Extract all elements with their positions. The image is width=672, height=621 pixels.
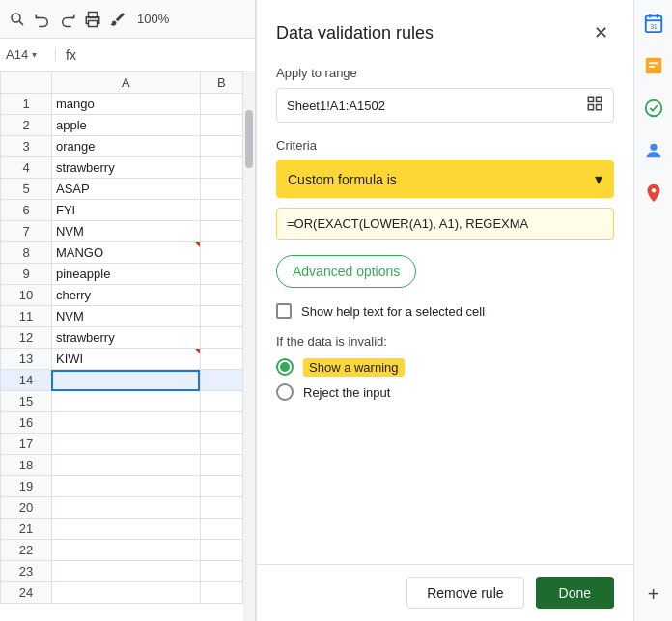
criteria-dropdown[interactable]: Custom formula is ▾ (276, 160, 614, 198)
row-number: 11 (1, 306, 52, 327)
print-icon[interactable] (83, 10, 102, 29)
svg-rect-6 (588, 105, 593, 110)
cell-a[interactable]: pineapple (51, 264, 200, 285)
cell-b[interactable] (200, 349, 242, 370)
cell-a[interactable] (51, 476, 200, 497)
range-input-row[interactable]: Sheet1!A1:A1502 (276, 88, 614, 123)
cell-b[interactable] (200, 455, 242, 476)
svg-rect-14 (649, 62, 658, 64)
cell-b[interactable] (200, 497, 242, 519)
cell-b[interactable] (200, 264, 242, 285)
cell-reference[interactable]: A14 ▾ (6, 47, 56, 62)
cell-b[interactable] (200, 115, 242, 136)
row-number: 16 (1, 412, 52, 434)
cell-a[interactable] (51, 582, 200, 604)
scroll-thumb[interactable] (245, 110, 253, 168)
row-number: 4 (1, 157, 52, 179)
cell-b[interactable] (200, 306, 242, 327)
maps-sidebar-icon[interactable] (638, 178, 669, 209)
tasks-sidebar-icon[interactable] (638, 93, 669, 124)
cell-a[interactable]: orange (51, 136, 200, 157)
cell-b[interactable] (200, 519, 242, 540)
cell-b[interactable] (200, 582, 242, 604)
cell-a[interactable] (51, 455, 200, 476)
notes-sidebar-icon[interactable] (638, 50, 669, 81)
cell-a[interactable]: KIWI (51, 349, 200, 370)
cell-a[interactable] (51, 412, 200, 434)
remove-rule-button[interactable]: Remove rule (406, 577, 523, 609)
spreadsheet-area: 100% A14 ▾ fx A B 1mango2apple3orange4st… (0, 0, 256, 621)
svg-rect-7 (597, 105, 602, 110)
svg-rect-3 (89, 20, 98, 26)
row-number: 2 (1, 115, 52, 136)
cell-b[interactable] (200, 412, 242, 434)
col-b-header[interactable]: B (200, 72, 242, 94)
cell-a[interactable] (51, 519, 200, 540)
cell-b[interactable] (200, 391, 242, 412)
cell-a[interactable] (51, 434, 200, 455)
contacts-sidebar-icon[interactable] (638, 135, 669, 166)
advanced-options-button[interactable]: Advanced options (276, 255, 416, 288)
reject-input-label: Reject the input (303, 385, 390, 400)
cell-b[interactable] (200, 476, 242, 497)
cell-b[interactable] (200, 242, 242, 264)
calendar-sidebar-icon[interactable]: 31 (638, 8, 669, 39)
vertical-scrollbar[interactable] (243, 71, 255, 621)
cell-b[interactable] (200, 285, 242, 306)
cell-a[interactable] (51, 540, 200, 561)
cell-b[interactable] (200, 327, 242, 349)
undo-icon[interactable] (33, 10, 52, 29)
table-row: 1mango (1, 94, 243, 115)
cell-b[interactable] (200, 370, 242, 391)
cell-a[interactable]: ASAP (51, 179, 200, 200)
cell-b[interactable] (200, 200, 242, 221)
cell-a[interactable]: strawberry (51, 327, 200, 349)
format-paint-icon[interactable] (108, 10, 127, 29)
help-text-checkbox[interactable] (276, 303, 292, 319)
cell-a[interactable]: mango (51, 94, 200, 115)
cell-a[interactable] (51, 497, 200, 519)
cell-a[interactable] (51, 370, 200, 391)
formula-bar: A14 ▾ fx (0, 39, 255, 71)
table-row: 21 (1, 519, 243, 540)
cell-a[interactable] (51, 391, 200, 412)
grid-select-icon[interactable] (586, 95, 603, 116)
done-button[interactable]: Done (536, 577, 614, 609)
cell-b[interactable] (200, 136, 242, 157)
cell-b[interactable] (200, 179, 242, 200)
cell-a[interactable]: apple (51, 115, 200, 136)
show-warning-radio[interactable] (276, 358, 294, 376)
cell-a[interactable]: MANGO (51, 242, 200, 264)
search-icon[interactable] (8, 10, 27, 29)
table-row: 6FYI (1, 200, 243, 221)
row-number: 7 (1, 221, 52, 242)
row-number: 6 (1, 200, 52, 221)
cell-b[interactable] (200, 540, 242, 561)
show-warning-radio-inner (280, 362, 290, 372)
zoom-level[interactable]: 100% (133, 10, 173, 28)
cell-a[interactable]: strawberry (51, 157, 200, 179)
row-number: 10 (1, 285, 52, 306)
table-row: 13KIWI (1, 349, 243, 370)
table-row: 22 (1, 540, 243, 561)
close-panel-button[interactable]: ✕ (587, 19, 614, 46)
cell-a[interactable]: NVM (51, 221, 200, 242)
col-a-header[interactable]: A (51, 72, 200, 94)
cell-b[interactable] (200, 157, 242, 179)
reject-input-radio[interactable] (276, 383, 294, 401)
formula-input[interactable]: =OR(EXACT(LOWER(A1), A1), REGEXMA (276, 208, 614, 240)
cell-a[interactable]: cherry (51, 285, 200, 306)
table-row: 9pineapple (1, 264, 243, 285)
cell-a[interactable]: FYI (51, 200, 200, 221)
cell-b[interactable] (200, 561, 242, 582)
add-sidebar-icon[interactable]: + (648, 583, 659, 613)
cell-a[interactable] (51, 561, 200, 582)
cell-b[interactable] (200, 221, 242, 242)
invalid-data-label: If the data is invalid: (276, 334, 614, 349)
table-row: 23 (1, 561, 243, 582)
panel-title: Data validation rules (276, 23, 434, 43)
cell-b[interactable] (200, 94, 242, 115)
cell-b[interactable] (200, 434, 242, 455)
cell-a[interactable]: NVM (51, 306, 200, 327)
redo-icon[interactable] (58, 10, 77, 29)
